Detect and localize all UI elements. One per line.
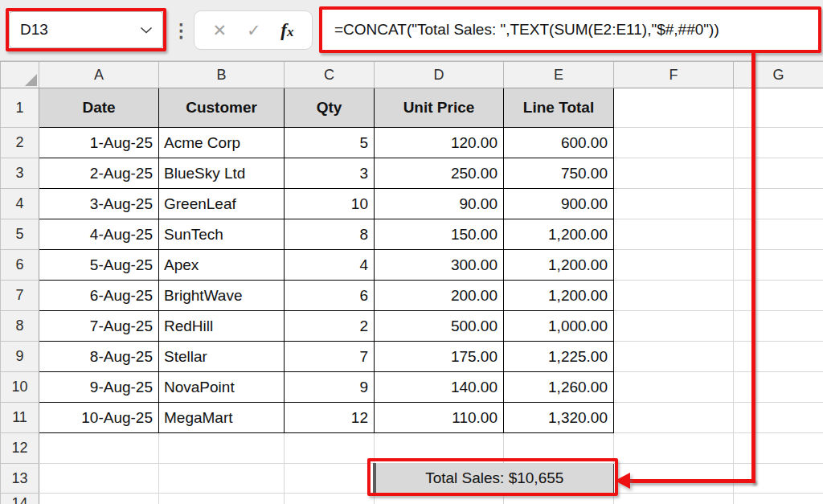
cell[interactable] (614, 464, 734, 494)
row-header-9[interactable]: 9 (1, 342, 39, 372)
cell[interactable] (734, 311, 823, 342)
unit-price-cell[interactable]: 300.00 (375, 250, 504, 281)
row-header-13[interactable]: 13 (1, 464, 39, 494)
date-cell[interactable]: 4-Aug-25 (39, 219, 159, 250)
line-total-cell[interactable]: 1,200.00 (504, 219, 614, 250)
customer-cell[interactable]: Apex (159, 250, 285, 281)
cell[interactable] (734, 128, 823, 158)
row-header-5[interactable]: 5 (1, 219, 39, 250)
cell[interactable] (734, 189, 823, 219)
cell[interactable] (614, 158, 734, 189)
column-header-f[interactable]: F (614, 62, 734, 88)
cell[interactable] (734, 158, 823, 189)
cell[interactable] (614, 494, 734, 504)
qty-cell[interactable]: 7 (285, 342, 375, 372)
cell[interactable] (39, 464, 159, 494)
qty-cell[interactable]: 8 (285, 219, 375, 250)
row-header-3[interactable]: 3 (1, 158, 39, 189)
cell[interactable] (285, 464, 375, 494)
cell[interactable] (375, 494, 504, 504)
unit-price-cell[interactable]: 150.00 (375, 219, 504, 250)
customer-cell[interactable]: SunTech (159, 219, 285, 250)
cell[interactable] (614, 433, 734, 464)
qty-cell[interactable]: 10 (285, 189, 375, 219)
select-all-corner[interactable] (1, 62, 39, 88)
enter-button[interactable]: ✓ (247, 21, 261, 40)
customer-cell[interactable]: MegaMart (159, 403, 285, 433)
unit-price-cell[interactable]: 200.00 (375, 281, 504, 311)
cell[interactable] (159, 464, 285, 494)
unit-price-cell[interactable]: 110.00 (375, 403, 504, 433)
date-cell[interactable]: 3-Aug-25 (39, 189, 159, 219)
cell[interactable] (614, 281, 734, 311)
cell[interactable] (734, 88, 823, 128)
cell[interactable] (614, 128, 734, 158)
line-total-cell[interactable]: 1,200.00 (504, 281, 614, 311)
cell[interactable] (285, 433, 375, 464)
column-header-e[interactable]: E (504, 62, 614, 88)
unit-price-cell[interactable]: 175.00 (375, 342, 504, 372)
column-header-d[interactable]: D (375, 62, 504, 88)
line-total-cell[interactable]: 1,200.00 (504, 250, 614, 281)
cell[interactable] (614, 372, 734, 403)
line-total-cell[interactable]: 1,260.00 (504, 372, 614, 403)
name-box[interactable]: D13 (9, 11, 163, 48)
customer-cell[interactable]: BlueSky Ltd (159, 158, 285, 189)
customer-cell[interactable]: NovaPoint (159, 372, 285, 403)
customer-cell[interactable]: GreenLeaf (159, 189, 285, 219)
cell[interactable] (504, 433, 614, 464)
row-header-11[interactable]: 11 (1, 403, 39, 433)
row-header-4[interactable]: 4 (1, 189, 39, 219)
cancel-button[interactable]: ✕ (212, 21, 227, 40)
line-total-header-cell[interactable]: Line Total (504, 88, 614, 128)
cell[interactable] (734, 281, 823, 311)
line-total-cell[interactable]: 900.00 (504, 189, 614, 219)
cell[interactable] (734, 219, 823, 250)
cell[interactable] (734, 372, 823, 403)
column-header-c[interactable]: C (285, 62, 375, 88)
cell[interactable] (614, 403, 734, 433)
unit-price-cell[interactable]: 90.00 (375, 189, 504, 219)
date-cell[interactable]: 6-Aug-25 (39, 281, 159, 311)
line-total-cell[interactable]: 1,225.00 (504, 342, 614, 372)
unit-price-cell[interactable]: 140.00 (375, 372, 504, 403)
line-total-cell[interactable]: 1,000.00 (504, 311, 614, 342)
customer-cell[interactable]: Acme Corp (159, 128, 285, 158)
customer-cell[interactable]: RedHill (159, 311, 285, 342)
row-header-14[interactable]: 14 (1, 494, 39, 504)
date-cell[interactable]: 8-Aug-25 (39, 342, 159, 372)
cell[interactable] (734, 250, 823, 281)
date-cell[interactable]: 7-Aug-25 (39, 311, 159, 342)
date-cell[interactable]: 2-Aug-25 (39, 158, 159, 189)
cell[interactable] (375, 433, 504, 464)
unit-price-cell[interactable]: 120.00 (375, 128, 504, 158)
cell[interactable] (159, 494, 285, 504)
customer-header-cell[interactable]: Customer (159, 88, 285, 128)
row-header-8[interactable]: 8 (1, 311, 39, 342)
line-total-cell[interactable]: 750.00 (504, 158, 614, 189)
cell[interactable] (734, 494, 823, 504)
cell[interactable] (734, 433, 823, 464)
date-cell[interactable]: 1-Aug-25 (39, 128, 159, 158)
qty-cell[interactable]: 2 (285, 311, 375, 342)
date-header-cell[interactable]: Date (39, 88, 159, 128)
row-header-12[interactable]: 12 (1, 433, 39, 464)
row-header-7[interactable]: 7 (1, 281, 39, 311)
qty-cell[interactable]: 5 (285, 128, 375, 158)
customer-cell[interactable]: BrightWave (159, 281, 285, 311)
date-cell[interactable]: 9-Aug-25 (39, 372, 159, 403)
unit-price-header-cell[interactable]: Unit Price (375, 88, 504, 128)
qty-cell[interactable]: 6 (285, 281, 375, 311)
qty-cell[interactable]: 9 (285, 372, 375, 403)
row-header-10[interactable]: 10 (1, 372, 39, 403)
formula-bar[interactable]: =CONCAT("Total Sales: ",TEXT(SUM(E2:E11)… (322, 10, 818, 50)
line-total-cell[interactable]: 1,320.00 (504, 403, 614, 433)
qty-header-cell[interactable]: Qty (285, 88, 375, 128)
cell[interactable] (734, 342, 823, 372)
row-header-1[interactable]: 1 (1, 88, 39, 128)
insert-function-button[interactable]: fx (280, 20, 293, 41)
customer-cell[interactable]: Stellar (159, 342, 285, 372)
cell[interactable] (285, 494, 375, 504)
cell[interactable] (614, 219, 734, 250)
date-cell[interactable]: 10-Aug-25 (39, 403, 159, 433)
